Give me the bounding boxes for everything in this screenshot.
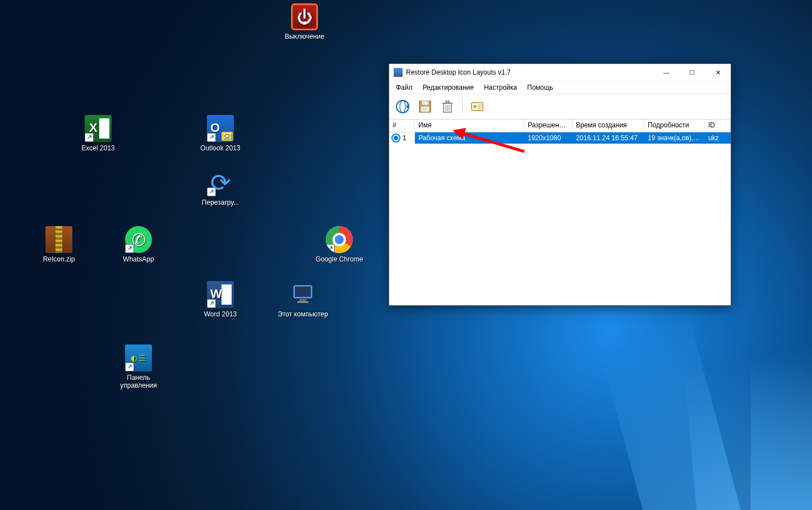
save-layout-button[interactable] bbox=[415, 97, 435, 117]
app-window-restore-desktop-icon-layouts: Restore Desktop Icon Layouts v1.7 ― ☐ ✕ … bbox=[389, 63, 731, 306]
desktop-icon-reboot[interactable]: ⟳↗ Перезагру... bbox=[195, 169, 246, 206]
svg-rect-2 bbox=[299, 299, 306, 301]
icon-label: Google Chrome bbox=[314, 255, 365, 263]
desktop-icon-word[interactable]: ↗ Word 2013 bbox=[195, 281, 246, 318]
refresh-icon: ⟳↗ bbox=[207, 169, 234, 196]
icon-label: Word 2013 bbox=[195, 310, 246, 318]
col-header-created[interactable]: Время создания bbox=[573, 120, 644, 132]
col-header-index[interactable]: # bbox=[389, 120, 415, 132]
shortcut-arrow-icon: ↗ bbox=[125, 362, 134, 371]
menubar: Файл Редактирование Настройка Помощь bbox=[389, 81, 731, 94]
globe-arrow-icon bbox=[395, 99, 410, 114]
icon-label: Панель управления bbox=[113, 374, 164, 389]
svg-rect-3 bbox=[297, 301, 308, 303]
menu-edit[interactable]: Редактирование bbox=[418, 82, 478, 93]
id-card-icon bbox=[470, 100, 484, 113]
icon-label: Outlook 2013 bbox=[195, 144, 246, 152]
desktop-icon-outlook[interactable]: ↗ Outlook 2013 bbox=[195, 115, 246, 152]
icon-label: WhatsApp bbox=[113, 255, 164, 263]
col-header-id[interactable]: ID bbox=[705, 120, 731, 132]
excel-icon: ↗ bbox=[85, 115, 112, 142]
row-index: 1 bbox=[403, 134, 407, 142]
floppy-icon bbox=[418, 100, 432, 113]
desktop-icon-excel[interactable]: ↗ Excel 2013 bbox=[73, 115, 123, 152]
desktop-icon-power[interactable]: Выключение bbox=[279, 3, 330, 40]
icon-label: ReIcon.zip bbox=[34, 255, 84, 263]
row-index-cell: 1 bbox=[389, 132, 415, 144]
menu-help[interactable]: Помощь bbox=[523, 82, 557, 93]
col-header-details[interactable]: Подробности bbox=[644, 120, 705, 132]
outlook-icon: ↗ bbox=[207, 115, 234, 142]
desktop-icon-chrome[interactable]: ↗ Google Chrome bbox=[314, 226, 365, 263]
menu-file[interactable]: Файл bbox=[391, 82, 417, 93]
svg-point-6 bbox=[400, 100, 405, 113]
svg-rect-9 bbox=[421, 107, 429, 112]
icon-label: Перезагру... bbox=[195, 199, 246, 206]
svg-rect-1 bbox=[295, 287, 311, 297]
whatsapp-icon: ↗ bbox=[125, 226, 152, 253]
icon-label: Выключение bbox=[279, 33, 330, 40]
menu-settings[interactable]: Настройка bbox=[479, 82, 522, 93]
desktop-icon-reicon-zip[interactable]: ReIcon.zip bbox=[34, 226, 84, 263]
control-panel-icon: ↗ bbox=[125, 344, 152, 371]
svg-rect-14 bbox=[446, 101, 449, 103]
shortcut-arrow-icon: ↗ bbox=[125, 244, 134, 253]
restore-layout-button[interactable] bbox=[393, 97, 413, 117]
shortcut-arrow-icon: ↗ bbox=[207, 299, 216, 308]
about-button[interactable] bbox=[467, 97, 487, 117]
radio-selected-icon bbox=[391, 134, 400, 143]
icon-label: Excel 2013 bbox=[73, 144, 123, 152]
archive-icon bbox=[45, 226, 72, 253]
window-title: Restore Desktop Icon Layouts v1.7 bbox=[406, 68, 511, 76]
toolbar-separator bbox=[462, 99, 463, 114]
row-id: ukz bbox=[705, 132, 731, 144]
desktop-icon-whatsapp[interactable]: ↗ WhatsApp bbox=[113, 226, 164, 263]
maximize-button[interactable]: ☐ bbox=[679, 64, 705, 81]
toolbar bbox=[389, 94, 731, 120]
chrome-icon: ↗ bbox=[326, 226, 353, 253]
icon-label: Этот компьютер bbox=[278, 310, 328, 318]
row-name: Рабочая схема bbox=[415, 132, 524, 144]
desktop-icon-control-panel[interactable]: ↗ Панель управления bbox=[113, 344, 164, 389]
desktop-icon-this-pc[interactable]: Этот компьютер bbox=[278, 281, 328, 318]
wallpaper-rays bbox=[532, 286, 812, 510]
power-icon bbox=[291, 3, 318, 30]
close-button[interactable]: ✕ bbox=[705, 64, 731, 81]
col-header-resolution[interactable]: Разрешение … bbox=[524, 120, 573, 132]
titlebar[interactable]: Restore Desktop Icon Layouts v1.7 ― ☐ ✕ bbox=[389, 64, 731, 81]
col-header-name[interactable]: Имя bbox=[415, 120, 524, 132]
svg-rect-8 bbox=[422, 101, 428, 105]
trash-icon bbox=[441, 100, 454, 113]
word-icon: ↗ bbox=[207, 281, 234, 308]
shortcut-arrow-icon: ↗ bbox=[85, 133, 94, 142]
shortcut-arrow-icon: ↗ bbox=[326, 244, 335, 253]
row-created: 2016.11.24 16:55:47 bbox=[573, 132, 644, 144]
column-headers: # Имя Разрешение … Время создания Подроб… bbox=[389, 120, 731, 132]
delete-layout-button[interactable] bbox=[437, 97, 458, 117]
computer-icon bbox=[289, 281, 316, 308]
row-details: 19 значк(а,ов), help bbox=[644, 132, 705, 144]
table-row[interactable]: 1 Рабочая схема 1920x1080 2016.11.24 16:… bbox=[389, 132, 731, 144]
row-resolution: 1920x1080 bbox=[524, 132, 573, 144]
svg-point-19 bbox=[473, 105, 477, 108]
layout-list[interactable]: 1 Рабочая схема 1920x1080 2016.11.24 16:… bbox=[389, 132, 731, 305]
minimize-button[interactable]: ― bbox=[653, 64, 679, 81]
app-icon bbox=[394, 68, 403, 77]
shortcut-arrow-icon: ↗ bbox=[207, 133, 216, 142]
shortcut-arrow-icon: ↗ bbox=[207, 187, 216, 196]
